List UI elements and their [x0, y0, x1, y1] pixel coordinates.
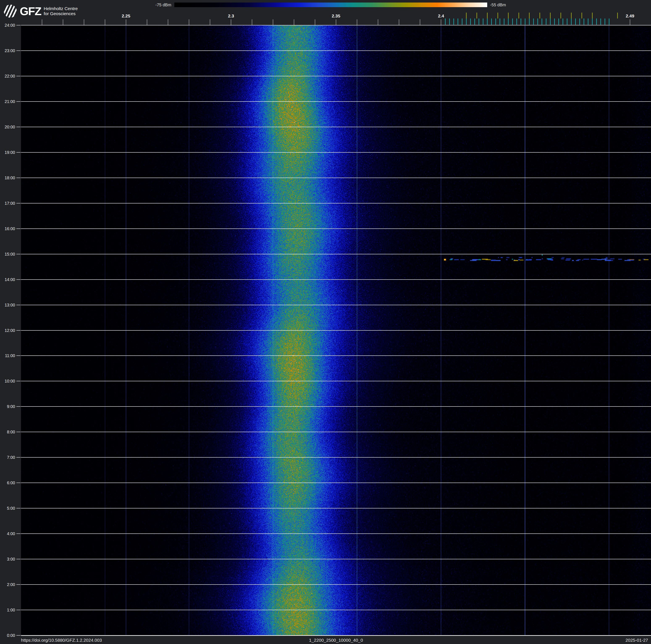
grid-hour-line	[21, 381, 651, 381]
grid-hour-line	[21, 25, 651, 25]
grid-hour-line	[21, 229, 651, 229]
hour-tick	[17, 178, 21, 178]
grid-hour-line	[21, 279, 651, 280]
hour-tick	[17, 152, 21, 153]
org-line2: for Geosciences	[44, 11, 78, 16]
hour-label: 17:00	[0, 201, 15, 206]
freq-minor-tick	[357, 19, 357, 25]
hour-label: 23:00	[0, 48, 15, 53]
hour-tick	[17, 610, 21, 610]
gfz-logo: GFZ Helmholtz Centre for Geosciences	[4, 5, 78, 18]
ble-channel-tick	[563, 19, 563, 25]
freq-minor-tick	[105, 19, 105, 25]
hour-label: 22:00	[0, 74, 15, 79]
grid-hour-line	[21, 533, 651, 534]
hour-tick	[17, 203, 21, 203]
wifi-channel-tick	[466, 12, 467, 19]
freq-minor-tick	[294, 19, 294, 25]
hour-tick	[17, 559, 21, 559]
colorbar-min-label: -75 dBm	[155, 2, 172, 7]
ble-channel-tick	[550, 19, 551, 25]
wifi-channel-tick	[487, 12, 488, 19]
wifi-channel-tick	[497, 12, 498, 19]
hour-label: 15:00	[0, 252, 15, 257]
ble-channel-tick	[537, 19, 538, 25]
hour-tick	[17, 76, 21, 76]
ble-channel-tick	[596, 19, 597, 25]
wifi-channel-tick	[560, 12, 561, 19]
hour-label: 2:00	[0, 582, 15, 587]
grid-hour-line	[21, 203, 651, 203]
ble-channel-tick	[495, 19, 496, 25]
hour-label: 6:00	[0, 480, 15, 485]
hour-tick	[17, 635, 21, 636]
grid-hour-line	[21, 635, 651, 636]
grid-hour-line	[21, 101, 651, 102]
ble-channel-tick	[567, 19, 567, 25]
hour-tick	[17, 381, 21, 381]
freq-major-label: 2.4	[433, 13, 450, 19]
freq-minor-tick	[441, 19, 441, 25]
grid-hour-line	[21, 330, 651, 331]
gfz-globe-icon	[4, 5, 17, 18]
hour-tick	[17, 432, 21, 432]
ble-channel-tick	[588, 19, 588, 25]
ble-channel-tick	[462, 19, 462, 25]
freq-minor-tick	[84, 19, 84, 25]
colorbar: -75 dBm -55 dBm	[155, 2, 506, 7]
ble-channel-tick	[487, 19, 488, 25]
hour-tick	[17, 25, 21, 25]
ble-channel-tick	[470, 19, 471, 25]
ble-channel-tick	[554, 19, 555, 25]
ble-channel-tick	[508, 19, 508, 25]
hour-label: 20:00	[0, 124, 15, 129]
freq-minor-tick	[147, 19, 147, 25]
ble-channel-tick	[609, 19, 610, 25]
freq-minor-tick	[168, 19, 168, 25]
hour-label: 4:00	[0, 531, 15, 536]
ble-channel-tick	[600, 19, 601, 25]
ble-channel-tick	[483, 19, 484, 25]
hour-tick	[17, 482, 21, 483]
org-name: Helmholtz Centre for Geosciences	[44, 6, 78, 16]
grid-hour-line	[21, 508, 651, 508]
ble-channel-tick	[579, 19, 580, 25]
ble-channel-tick	[458, 19, 458, 25]
grid-hour-line	[21, 305, 651, 305]
hour-tick	[17, 457, 21, 458]
hour-tick	[17, 508, 21, 508]
freq-minor-tick	[630, 19, 630, 25]
ble-channel-tick	[592, 19, 593, 25]
freq-major-label: 2.49	[622, 13, 639, 19]
wifi-channel-tick	[519, 12, 519, 19]
freq-minor-tick	[315, 19, 315, 25]
hour-label: 18:00	[0, 175, 15, 180]
dataset-label: 1_2200_2500_10000_40_0	[21, 638, 651, 643]
hour-tick	[17, 305, 21, 305]
hour-label: 10:00	[0, 379, 15, 384]
hour-tick	[17, 51, 21, 51]
hour-label: 13:00	[0, 302, 15, 308]
ble-channel-tick	[454, 19, 454, 25]
hour-label: 21:00	[0, 99, 15, 104]
ble-channel-tick	[584, 19, 584, 25]
colorbar-gradient	[174, 2, 487, 7]
grid-hour-line	[21, 610, 651, 610]
freq-minor-tick	[189, 19, 189, 25]
freq-major-label: 2.35	[328, 13, 344, 19]
wifi-channel-tick	[529, 12, 530, 19]
freq-minor-tick	[126, 19, 126, 25]
footer: https://doi.org/10.5880/GFZ.1.2.2024.003…	[0, 636, 651, 644]
freq-minor-tick	[42, 19, 42, 25]
freq-minor-tick	[231, 19, 231, 25]
hour-tick	[17, 355, 21, 356]
org-line1: Helmholtz Centre	[44, 6, 78, 11]
ble-channel-tick	[517, 19, 517, 25]
hour-label: 1:00	[0, 608, 15, 612]
freq-minor-tick	[420, 19, 420, 25]
hour-label: 7:00	[0, 455, 15, 460]
ble-channel-tick	[512, 19, 513, 25]
freq-major-label: 2.3	[223, 13, 239, 19]
hour-tick	[17, 533, 21, 534]
hour-label: 12:00	[0, 328, 15, 333]
